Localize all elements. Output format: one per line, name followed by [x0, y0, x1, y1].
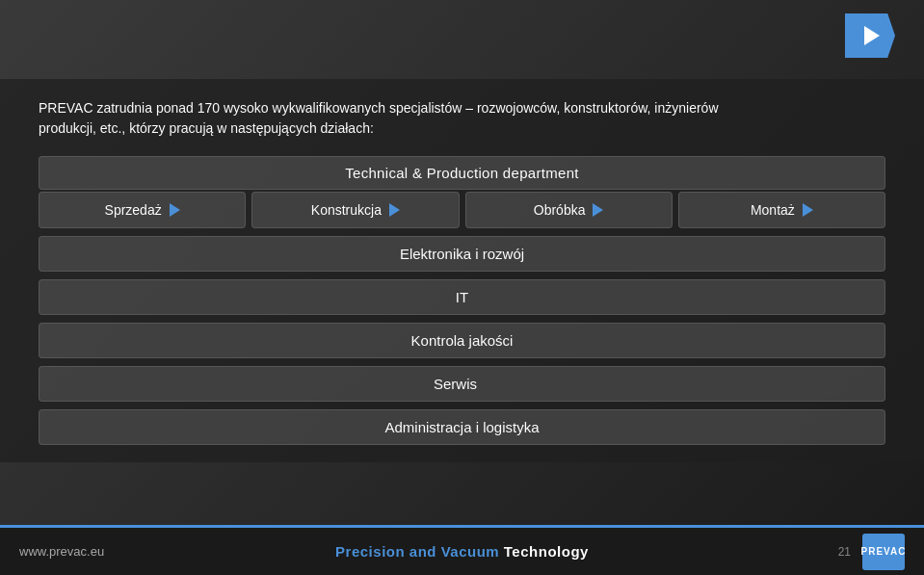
arrow-icon [803, 203, 813, 217]
dept-tech-production: Technical & Production department Sprzed… [39, 156, 885, 228]
play-icon [864, 26, 880, 45]
dept-administracja: Administracja i logistyka [39, 409, 885, 445]
intro-text: PREVAC zatrudnia ponad 170 wysoko wykwal… [39, 98, 885, 139]
dept-sub-montaz[interactable]: Montaż [678, 192, 885, 228]
dept-sub-sprzedaz[interactable]: Sprzedaż [39, 192, 246, 228]
footer-right: 21 PREVAC [683, 534, 905, 570]
page-number: 21 [838, 545, 851, 559]
dept-elektronika: Elektronika i rozwój [39, 236, 885, 272]
dept-header-elektronika[interactable]: Elektronika i rozwój [39, 236, 885, 272]
dept-header-kontrola[interactable]: Kontrola jakości [39, 323, 885, 358]
arrow-icon [170, 203, 180, 217]
dept-sub-konstrukcja[interactable]: Konstrukcja [251, 192, 459, 228]
dept-header-administracja[interactable]: Administracja i logistyka [39, 409, 885, 445]
footer: www.prevac.eu Precision and Vacuum Techn… [0, 525, 924, 575]
footer-website: www.prevac.eu [19, 544, 241, 559]
arrow-icon [389, 203, 400, 217]
prevac-logo: PREVAC [862, 534, 905, 570]
arrow-icon [593, 203, 603, 217]
dept-kontrola: Kontrola jakości [39, 323, 885, 358]
dept-sub-obrobka[interactable]: Obróbka [465, 192, 673, 228]
main-content: PREVAC zatrudnia ponad 170 wysoko wykwal… [0, 79, 924, 462]
dept-header-serwis[interactable]: Serwis [39, 366, 885, 402]
dept-header-tech[interactable]: Technical & Production department [39, 156, 885, 190]
dept-it: IT [39, 279, 885, 315]
dept-sub-row-tech: Sprzedaż Konstrukcja Obróbka Montaż [39, 192, 885, 228]
footer-tagline: Precision and Vacuum Technology [241, 543, 684, 560]
play-button[interactable] [845, 13, 895, 58]
dept-serwis: Serwis [39, 366, 885, 402]
dept-header-it[interactable]: IT [39, 279, 885, 315]
